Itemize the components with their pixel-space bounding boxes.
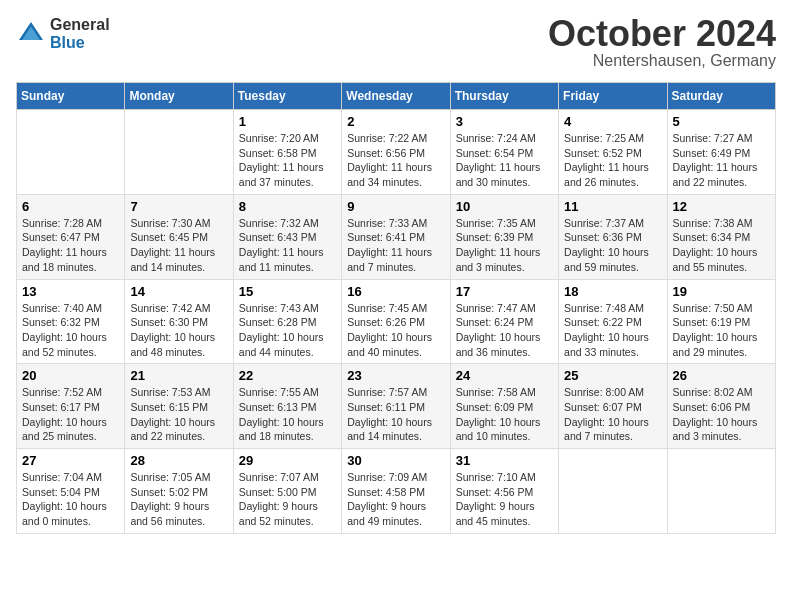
logo: General Blue (16, 16, 110, 51)
day-detail: Sunrise: 7:40 AM Sunset: 6:32 PM Dayligh… (22, 301, 119, 360)
calendar-cell: 9Sunrise: 7:33 AM Sunset: 6:41 PM Daylig… (342, 194, 450, 279)
logo-icon (16, 19, 46, 49)
calendar-cell: 7Sunrise: 7:30 AM Sunset: 6:45 PM Daylig… (125, 194, 233, 279)
calendar-cell: 13Sunrise: 7:40 AM Sunset: 6:32 PM Dayli… (17, 279, 125, 364)
day-detail: Sunrise: 7:22 AM Sunset: 6:56 PM Dayligh… (347, 131, 444, 190)
calendar-body: 1Sunrise: 7:20 AM Sunset: 6:58 PM Daylig… (17, 110, 776, 534)
day-number: 10 (456, 199, 553, 214)
day-detail: Sunrise: 7:53 AM Sunset: 6:15 PM Dayligh… (130, 385, 227, 444)
calendar-cell (125, 110, 233, 195)
day-number: 8 (239, 199, 336, 214)
day-detail: Sunrise: 7:48 AM Sunset: 6:22 PM Dayligh… (564, 301, 661, 360)
day-number: 28 (130, 453, 227, 468)
day-number: 2 (347, 114, 444, 129)
day-number: 12 (673, 199, 770, 214)
day-number: 16 (347, 284, 444, 299)
page-header: General Blue October 2024 Nentershausen,… (16, 16, 776, 70)
day-detail: Sunrise: 7:43 AM Sunset: 6:28 PM Dayligh… (239, 301, 336, 360)
day-detail: Sunrise: 7:04 AM Sunset: 5:04 PM Dayligh… (22, 470, 119, 529)
weekday-row: SundayMondayTuesdayWednesdayThursdayFrid… (17, 83, 776, 110)
calendar-week-row: 27Sunrise: 7:04 AM Sunset: 5:04 PM Dayli… (17, 449, 776, 534)
calendar-cell: 5Sunrise: 7:27 AM Sunset: 6:49 PM Daylig… (667, 110, 775, 195)
day-detail: Sunrise: 8:00 AM Sunset: 6:07 PM Dayligh… (564, 385, 661, 444)
day-detail: Sunrise: 7:24 AM Sunset: 6:54 PM Dayligh… (456, 131, 553, 190)
day-detail: Sunrise: 7:32 AM Sunset: 6:43 PM Dayligh… (239, 216, 336, 275)
calendar-subtitle: Nentershausen, Germany (548, 52, 776, 70)
day-number: 25 (564, 368, 661, 383)
calendar-cell: 28Sunrise: 7:05 AM Sunset: 5:02 PM Dayli… (125, 449, 233, 534)
day-detail: Sunrise: 7:28 AM Sunset: 6:47 PM Dayligh… (22, 216, 119, 275)
calendar-cell: 3Sunrise: 7:24 AM Sunset: 6:54 PM Daylig… (450, 110, 558, 195)
calendar-cell (559, 449, 667, 534)
logo-general: General (50, 16, 110, 34)
calendar-cell: 31Sunrise: 7:10 AM Sunset: 4:56 PM Dayli… (450, 449, 558, 534)
day-detail: Sunrise: 7:52 AM Sunset: 6:17 PM Dayligh… (22, 385, 119, 444)
calendar-cell: 17Sunrise: 7:47 AM Sunset: 6:24 PM Dayli… (450, 279, 558, 364)
day-number: 13 (22, 284, 119, 299)
calendar-week-row: 13Sunrise: 7:40 AM Sunset: 6:32 PM Dayli… (17, 279, 776, 364)
calendar-header: SundayMondayTuesdayWednesdayThursdayFrid… (17, 83, 776, 110)
calendar-cell: 20Sunrise: 7:52 AM Sunset: 6:17 PM Dayli… (17, 364, 125, 449)
day-number: 18 (564, 284, 661, 299)
weekday-header: Tuesday (233, 83, 341, 110)
calendar-title: October 2024 (548, 16, 776, 52)
day-number: 23 (347, 368, 444, 383)
day-detail: Sunrise: 7:07 AM Sunset: 5:00 PM Dayligh… (239, 470, 336, 529)
day-detail: Sunrise: 7:25 AM Sunset: 6:52 PM Dayligh… (564, 131, 661, 190)
day-number: 17 (456, 284, 553, 299)
day-detail: Sunrise: 7:42 AM Sunset: 6:30 PM Dayligh… (130, 301, 227, 360)
logo-blue: Blue (50, 34, 110, 52)
day-detail: Sunrise: 7:09 AM Sunset: 4:58 PM Dayligh… (347, 470, 444, 529)
calendar-cell: 29Sunrise: 7:07 AM Sunset: 5:00 PM Dayli… (233, 449, 341, 534)
calendar-cell: 23Sunrise: 7:57 AM Sunset: 6:11 PM Dayli… (342, 364, 450, 449)
day-detail: Sunrise: 7:20 AM Sunset: 6:58 PM Dayligh… (239, 131, 336, 190)
day-detail: Sunrise: 7:57 AM Sunset: 6:11 PM Dayligh… (347, 385, 444, 444)
day-detail: Sunrise: 7:33 AM Sunset: 6:41 PM Dayligh… (347, 216, 444, 275)
calendar-cell: 22Sunrise: 7:55 AM Sunset: 6:13 PM Dayli… (233, 364, 341, 449)
calendar-cell: 15Sunrise: 7:43 AM Sunset: 6:28 PM Dayli… (233, 279, 341, 364)
day-detail: Sunrise: 7:35 AM Sunset: 6:39 PM Dayligh… (456, 216, 553, 275)
day-number: 15 (239, 284, 336, 299)
day-number: 21 (130, 368, 227, 383)
day-number: 9 (347, 199, 444, 214)
calendar-cell: 11Sunrise: 7:37 AM Sunset: 6:36 PM Dayli… (559, 194, 667, 279)
day-number: 4 (564, 114, 661, 129)
title-block: October 2024 Nentershausen, Germany (548, 16, 776, 70)
calendar-cell: 25Sunrise: 8:00 AM Sunset: 6:07 PM Dayli… (559, 364, 667, 449)
calendar-cell: 21Sunrise: 7:53 AM Sunset: 6:15 PM Dayli… (125, 364, 233, 449)
day-number: 30 (347, 453, 444, 468)
calendar-cell: 26Sunrise: 8:02 AM Sunset: 6:06 PM Dayli… (667, 364, 775, 449)
weekday-header: Thursday (450, 83, 558, 110)
day-detail: Sunrise: 7:30 AM Sunset: 6:45 PM Dayligh… (130, 216, 227, 275)
calendar-week-row: 6Sunrise: 7:28 AM Sunset: 6:47 PM Daylig… (17, 194, 776, 279)
day-number: 27 (22, 453, 119, 468)
day-number: 19 (673, 284, 770, 299)
weekday-header: Monday (125, 83, 233, 110)
day-number: 31 (456, 453, 553, 468)
calendar-cell: 6Sunrise: 7:28 AM Sunset: 6:47 PM Daylig… (17, 194, 125, 279)
day-detail: Sunrise: 7:10 AM Sunset: 4:56 PM Dayligh… (456, 470, 553, 529)
calendar-cell (17, 110, 125, 195)
day-detail: Sunrise: 7:58 AM Sunset: 6:09 PM Dayligh… (456, 385, 553, 444)
day-detail: Sunrise: 7:37 AM Sunset: 6:36 PM Dayligh… (564, 216, 661, 275)
calendar-cell: 1Sunrise: 7:20 AM Sunset: 6:58 PM Daylig… (233, 110, 341, 195)
calendar-cell: 14Sunrise: 7:42 AM Sunset: 6:30 PM Dayli… (125, 279, 233, 364)
calendar-cell: 24Sunrise: 7:58 AM Sunset: 6:09 PM Dayli… (450, 364, 558, 449)
day-number: 7 (130, 199, 227, 214)
day-detail: Sunrise: 7:45 AM Sunset: 6:26 PM Dayligh… (347, 301, 444, 360)
calendar-cell: 2Sunrise: 7:22 AM Sunset: 6:56 PM Daylig… (342, 110, 450, 195)
day-detail: Sunrise: 7:50 AM Sunset: 6:19 PM Dayligh… (673, 301, 770, 360)
calendar-cell (667, 449, 775, 534)
day-number: 6 (22, 199, 119, 214)
day-number: 26 (673, 368, 770, 383)
weekday-header: Sunday (17, 83, 125, 110)
calendar-cell: 19Sunrise: 7:50 AM Sunset: 6:19 PM Dayli… (667, 279, 775, 364)
calendar-cell: 8Sunrise: 7:32 AM Sunset: 6:43 PM Daylig… (233, 194, 341, 279)
day-number: 1 (239, 114, 336, 129)
day-number: 14 (130, 284, 227, 299)
day-detail: Sunrise: 7:55 AM Sunset: 6:13 PM Dayligh… (239, 385, 336, 444)
day-detail: Sunrise: 8:02 AM Sunset: 6:06 PM Dayligh… (673, 385, 770, 444)
calendar-cell: 18Sunrise: 7:48 AM Sunset: 6:22 PM Dayli… (559, 279, 667, 364)
day-detail: Sunrise: 7:27 AM Sunset: 6:49 PM Dayligh… (673, 131, 770, 190)
calendar-week-row: 20Sunrise: 7:52 AM Sunset: 6:17 PM Dayli… (17, 364, 776, 449)
